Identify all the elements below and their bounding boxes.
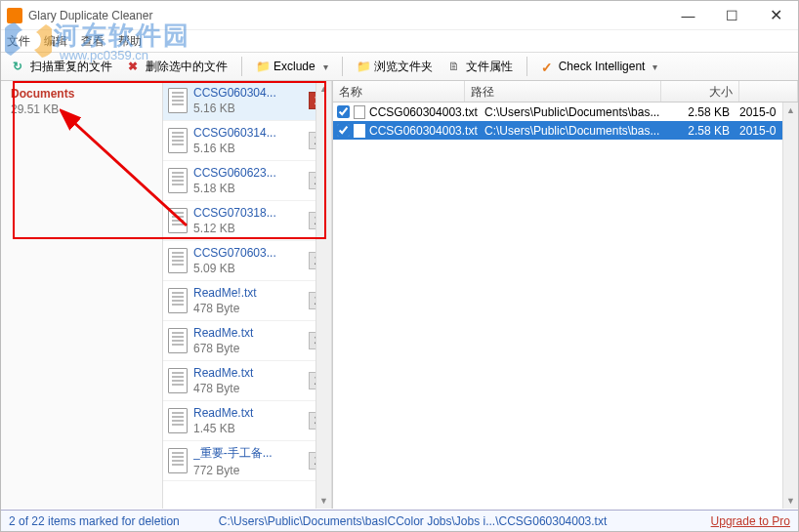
file-icon <box>354 124 365 138</box>
menu-view[interactable]: 查看 <box>81 33 105 50</box>
scroll-down-icon[interactable]: ▼ <box>783 493 798 509</box>
file-name: ReadMe.txt <box>193 326 309 340</box>
row-path: C:\Users\Public\Documents\bas... <box>484 105 661 119</box>
file-icon <box>168 448 188 473</box>
file-name: CCSG070318... <box>193 206 309 220</box>
detail-panel: 名称 路径 大小 CCSG060304003.txt C:\Users\Publ… <box>332 81 798 509</box>
file-size: 1.45 KB <box>193 422 309 435</box>
file-name: ReadMe!.txt <box>193 286 309 300</box>
file-name: CCSG060304... <box>193 86 309 100</box>
col-date[interactable] <box>739 81 798 102</box>
separator <box>526 57 527 76</box>
group-documents[interactable]: Documents 29.51 KB <box>1 81 162 122</box>
status-bar: 2 of 22 items marked for deletion C:\Use… <box>1 510 798 531</box>
file-item[interactable]: CCSG070603... 5.09 KB 2 <box>163 241 331 281</box>
delete-label: 删除选中的文件 <box>146 59 228 75</box>
delete-button[interactable]: 删除选中的文件 <box>122 56 233 78</box>
separator <box>241 57 242 76</box>
file-icon <box>168 128 188 153</box>
toolbar: 扫描重复的文件 删除选中的文件 Exclude 浏览文件夹 文件属性 Check… <box>1 52 798 81</box>
file-name: CCSG060314... <box>193 126 309 140</box>
file-item[interactable]: CCSG060314... 5.16 KB 2 <box>163 121 331 161</box>
check-intelligent-button[interactable]: Check Intelligent <box>535 57 664 76</box>
file-name: ReadMe.txt <box>193 406 309 420</box>
row-name: CCSG060304003.txt <box>369 105 484 119</box>
menu-help[interactable]: 帮助 <box>118 33 142 50</box>
minimize-button[interactable]: — <box>666 2 710 29</box>
group-size: 29.51 KB <box>11 102 152 116</box>
file-name: CCSG070603... <box>193 246 309 260</box>
menu-bar: 文件 编辑 查看 帮助 <box>1 30 798 52</box>
col-name[interactable]: 名称 <box>333 81 465 102</box>
main-area: Documents 29.51 KB CCSG060304... 5.16 KB… <box>1 81 798 509</box>
file-item[interactable]: ReadMe.txt 1.45 KB 3 <box>163 401 331 441</box>
scroll-down-icon[interactable]: ▼ <box>316 493 331 509</box>
file-icon <box>354 105 365 119</box>
maximize-button[interactable]: ☐ <box>710 2 754 29</box>
refresh-icon <box>13 60 26 73</box>
detail-header: 名称 路径 大小 <box>333 81 798 102</box>
menu-edit[interactable]: 编辑 <box>44 33 67 50</box>
row-size: 2.58 KB <box>661 105 739 119</box>
row-checkbox[interactable] <box>337 124 350 137</box>
col-size[interactable]: 大小 <box>661 81 739 102</box>
exclude-label: Exclude <box>273 60 315 73</box>
file-list: CCSG060304... 5.16 KB 2 CCSG060314... 5.… <box>163 81 332 509</box>
file-name: _重要-手工备... <box>193 445 309 462</box>
status-marked: 2 of 22 items marked for deletion <box>9 514 180 528</box>
file-icon <box>168 208 188 233</box>
col-path[interactable]: 路径 <box>465 81 661 102</box>
file-size: 678 Byte <box>193 342 309 355</box>
file-name: CCSG060623... <box>193 166 309 180</box>
folder-icon <box>256 60 270 73</box>
file-item[interactable]: ReadMe.txt 478 Byte 2 <box>163 361 331 401</box>
file-size: 5.18 KB <box>193 182 309 195</box>
file-size: 5.16 KB <box>193 142 309 155</box>
scrollbar[interactable]: ▲ ▼ <box>315 81 331 509</box>
check-label: Check Intelligent <box>559 60 646 73</box>
file-item[interactable]: _重要-手工备... 772 Byte 2 <box>163 441 331 481</box>
groups-panel: Documents 29.51 KB <box>1 81 163 509</box>
window-title: Glary Duplicate Cleaner <box>28 9 152 22</box>
properties-button[interactable]: 文件属性 <box>442 56 519 78</box>
status-path: C:\Users\Public\Documents\basICColor Job… <box>180 514 711 528</box>
scroll-up-icon[interactable]: ▲ <box>783 102 798 118</box>
file-size: 478 Byte <box>193 382 309 395</box>
close-button[interactable]: ✕ <box>754 2 798 29</box>
file-size: 5.16 KB <box>193 102 309 115</box>
scrollbar[interactable]: ▲ ▼ <box>782 102 798 509</box>
document-icon <box>448 60 462 73</box>
row-checkbox[interactable] <box>337 105 350 118</box>
folder-icon <box>357 60 370 73</box>
file-icon <box>168 408 188 433</box>
file-icon <box>168 328 188 353</box>
file-item[interactable]: ReadMe!.txt 478 Byte 2 <box>163 281 331 321</box>
row-name: CCSG060304003.txt <box>369 124 484 138</box>
menu-file[interactable]: 文件 <box>7 33 30 50</box>
file-item[interactable]: CCSG070318... 5.12 KB 2 <box>163 201 331 241</box>
scan-button[interactable]: 扫描重复的文件 <box>7 56 118 78</box>
row-path: C:\Users\Public\Documents\bas... <box>484 124 661 138</box>
scan-label: 扫描重复的文件 <box>30 59 112 75</box>
properties-label: 文件属性 <box>466 59 513 75</box>
row-size: 2.58 KB <box>661 124 739 138</box>
exclude-button[interactable]: Exclude <box>250 57 334 76</box>
browse-label: 浏览文件夹 <box>374 59 433 75</box>
file-size: 772 Byte <box>193 464 309 477</box>
file-icon <box>168 168 188 193</box>
file-size: 478 Byte <box>193 302 309 315</box>
scroll-up-icon[interactable]: ▲ <box>316 81 331 97</box>
detail-row[interactable]: CCSG060304003.txt C:\Users\Public\Docume… <box>333 121 798 140</box>
detail-body: CCSG060304003.txt C:\Users\Public\Docume… <box>333 102 798 509</box>
check-icon <box>541 60 555 73</box>
file-size: 5.09 KB <box>193 262 309 275</box>
detail-row[interactable]: CCSG060304003.txt C:\Users\Public\Docume… <box>333 102 798 121</box>
upgrade-link[interactable]: Upgrade to Pro <box>711 514 790 528</box>
file-item[interactable]: ReadMe.txt 678 Byte 3 <box>163 321 331 361</box>
file-icon <box>168 368 188 393</box>
file-item[interactable]: CCSG060623... 5.18 KB 2 <box>163 161 331 201</box>
browse-folder-button[interactable]: 浏览文件夹 <box>351 56 439 78</box>
delete-icon <box>128 60 142 73</box>
file-item[interactable]: CCSG060304... 5.16 KB 2 <box>163 81 331 121</box>
file-icon <box>168 248 188 273</box>
